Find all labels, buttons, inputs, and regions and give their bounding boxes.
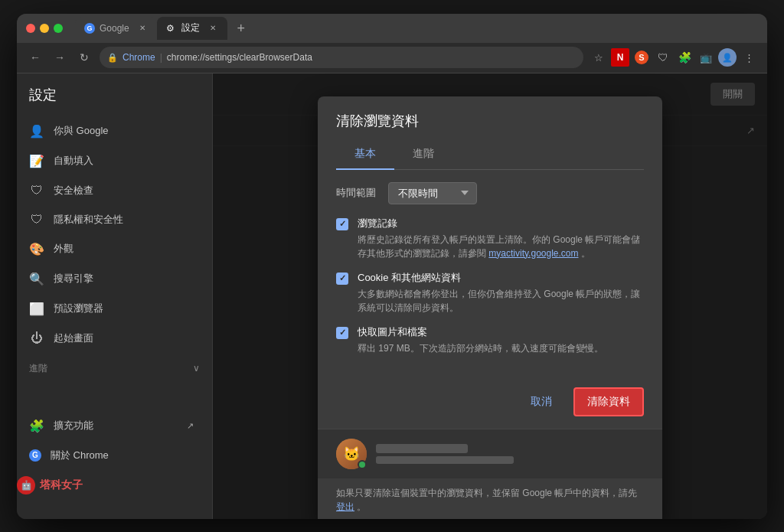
sidebar-item-extensions[interactable]: 🧩 擴充功能 ↗ — [17, 411, 206, 441]
google-favicon: G — [84, 23, 95, 34]
cache-desc: 釋出 197 MB。下次造訪部分網站時，載入速度可能會變慢。 — [358, 341, 603, 355]
page-area: 開關 ↗ 清除瀏覽資料 基本 進階 — [213, 73, 767, 519]
browser-icon: ⬜ — [29, 302, 44, 316]
tab-settings-title: 設定 — [181, 21, 200, 34]
sidebar-item-appearance-label: 外觀 — [54, 242, 74, 256]
netflix-button[interactable]: N — [611, 48, 629, 67]
dialog-profile-bar: 🐱 — [318, 429, 662, 478]
search-icon: 🔍 — [29, 272, 44, 286]
advanced-section[interactable]: 進階 ∨ — [17, 353, 212, 378]
sidebar-item-browser-label: 預設瀏覽器 — [54, 302, 103, 315]
address-bar[interactable]: 🔒 Chrome | chrome://settings/clearBrowse… — [100, 47, 583, 68]
add-tab-button[interactable]: + — [230, 18, 252, 40]
clear-data-button[interactable]: 清除資料 — [573, 387, 644, 416]
refresh-button[interactable]: ↻ — [75, 48, 93, 67]
checkbox-item-history: 瀏覽記錄 將歷史記錄從所有登入帳戶的裝置上清除。你的 Google 帳戶可能會儲… — [336, 217, 644, 260]
chrome-badge: Chrome — [122, 52, 155, 63]
sign-out-link[interactable]: 登出 — [336, 501, 354, 512]
privacy-icon: 🛡 — [29, 213, 44, 227]
sidebar-about-label: 關於 Chrome — [51, 449, 109, 462]
tab-settings[interactable]: ⚙ 設定 ✕ — [157, 17, 227, 40]
bookmark-button[interactable]: ☆ — [590, 48, 608, 67]
checkbox-item-cookies: Cookie 和其他網站資料 大多數網站都會將你登出，但你仍會維持登入 Goog… — [336, 271, 644, 315]
profile-avatar-button[interactable]: 👤 — [718, 48, 737, 67]
autofill-icon: 📝 — [29, 154, 44, 168]
close-button[interactable] — [26, 24, 35, 33]
sidebar-item-you-google[interactable]: 👤 你與 Google — [17, 116, 206, 146]
minimize-button[interactable] — [40, 24, 49, 33]
address-text: chrome://settings/clearBrowserData — [167, 52, 312, 63]
sidebar-item-browser[interactable]: ⬜ 預設瀏覽器 — [17, 294, 206, 324]
cookies-title: Cookie 和其他網站資料 — [358, 271, 644, 285]
profile-avatar: 🐱 — [336, 439, 367, 469]
dialog-tab-basic[interactable]: 基本 — [336, 139, 394, 170]
brand-icon: 🤖 — [17, 476, 35, 494]
main-content: 設定 👤 你與 Google 📝 自動填入 🛡 安全檢查 🛡 隱私權和安全性 🎨… — [17, 73, 767, 519]
dialog-note: 如果只要清除這個裝置中的瀏覽資料，並保留 Google 帳戶中的資料，請先 登出… — [318, 478, 662, 519]
s-button[interactable]: S — [632, 48, 651, 67]
checkbox-item-cache: 快取圖片和檔案 釋出 197 MB。下次造訪部分網站時，載入速度可能會變慢。 — [336, 325, 644, 355]
appearance-icon: 🎨 — [29, 242, 44, 256]
history-title: 瀏覽記錄 — [358, 217, 644, 230]
advanced-label: 進階 — [29, 362, 47, 375]
tab-settings-close[interactable]: ✕ — [207, 23, 218, 34]
sidebar-title: 設定 — [17, 86, 212, 116]
tab-google-title: Google — [100, 23, 129, 34]
time-range-label: 時間範圍 — [336, 186, 376, 200]
sidebar-item-autofill-label: 自動填入 — [54, 154, 93, 168]
traffic-lights — [26, 24, 63, 33]
extension-button[interactable]: 🧩 — [675, 48, 694, 67]
shield-button[interactable]: 🛡 — [654, 48, 672, 67]
sidebar-item-search[interactable]: 🔍 搜尋引擎 — [17, 264, 206, 294]
safety-icon: 🛡 — [29, 184, 44, 197]
tab-google-close[interactable]: ✕ — [137, 23, 148, 34]
maximize-button[interactable] — [54, 24, 63, 33]
dialog-body: 時間範圍 不限時間 過去 1 小時 過去 24 小時 過去 7 天 過去 4 週 — [318, 170, 662, 378]
extensions-icon: 🧩 — [29, 419, 44, 433]
cancel-button[interactable]: 取消 — [518, 389, 564, 415]
sidebar-item-privacy-label: 隱私權和安全性 — [54, 213, 123, 227]
myactivity-link[interactable]: myactivity.google.com — [488, 248, 578, 259]
dialog-tab-advanced[interactable]: 進階 — [394, 139, 452, 170]
sidebar-item-search-label: 搜尋引擎 — [54, 272, 93, 286]
profile-name-blurred — [376, 444, 468, 453]
sidebar-item-about[interactable]: G 關於 Chrome — [17, 441, 206, 470]
profile-info — [376, 444, 644, 464]
sidebar-item-autofill[interactable]: 📝 自動填入 — [17, 146, 206, 176]
s-icon: S — [635, 51, 648, 64]
clear-data-dialog: 清除瀏覽資料 基本 進階 時間範圍 不限時間 過去 1 小時 過去 — [318, 96, 662, 519]
sidebar-item-startup-label: 起始畫面 — [54, 331, 93, 345]
cookies-desc: 大多數網站都會將你登出，但你仍會維持登入 Google 帳戶的狀態，讓系統可以清… — [358, 287, 644, 315]
nav-bar: ← → ↻ 🔒 Chrome | chrome://settings/clear… — [17, 43, 767, 73]
dialog-tabs: 基本 進階 — [336, 139, 644, 170]
overlay: 清除瀏覽資料 基本 進階 時間範圍 不限時間 過去 1 小時 過去 — [213, 73, 767, 519]
menu-button[interactable]: ⋮ — [740, 48, 758, 67]
nav-actions: ☆ N S 🛡 🧩 📺 👤 ⋮ — [590, 48, 758, 67]
person-icon: 👤 — [29, 124, 44, 139]
brand-name: 塔科女子 — [40, 478, 83, 492]
history-desc: 將歷史記錄從所有登入帳戶的裝置上清除。你的 Google 帳戶可能會儲存其他形式… — [358, 233, 644, 260]
sidebar-item-startup[interactable]: ⏻ 起始畫面 — [17, 324, 206, 353]
tab-google[interactable]: G Google ✕ — [75, 17, 157, 40]
time-range-select[interactable]: 不限時間 過去 1 小時 過去 24 小時 過去 7 天 過去 4 週 — [388, 182, 477, 204]
back-button[interactable]: ← — [26, 48, 44, 67]
brand-logo: 🤖 塔科女子 — [17, 470, 212, 501]
about-icon: G — [29, 449, 41, 462]
startup-icon: ⏻ — [29, 331, 44, 345]
forward-button[interactable]: → — [51, 48, 69, 67]
dialog-header: 清除瀏覽資料 基本 進階 — [318, 96, 662, 170]
checkbox-cookies[interactable] — [336, 273, 348, 285]
sidebar-item-appearance[interactable]: 🎨 外觀 — [17, 234, 206, 264]
online-indicator — [358, 460, 367, 469]
lock-icon: 🔒 — [107, 53, 118, 63]
checkbox-cache[interactable] — [336, 327, 348, 339]
checkbox-history[interactable] — [336, 218, 348, 230]
sidebar-item-privacy[interactable]: 🛡 隱私權和安全性 — [17, 205, 206, 234]
dialog-footer: 取消 清除資料 — [318, 378, 662, 429]
external-link-icon: ↗ — [187, 421, 194, 431]
cast-button[interactable]: 📺 — [697, 48, 715, 67]
browser-window: G Google ✕ ⚙ 設定 ✕ + ← → ↻ 🔒 Chrome | chr… — [17, 14, 767, 519]
advanced-chevron-icon: ∨ — [193, 363, 200, 374]
sidebar-item-safety[interactable]: 🛡 安全檢查 — [17, 176, 206, 205]
sidebar-extensions-label: 擴充功能 — [54, 419, 93, 432]
